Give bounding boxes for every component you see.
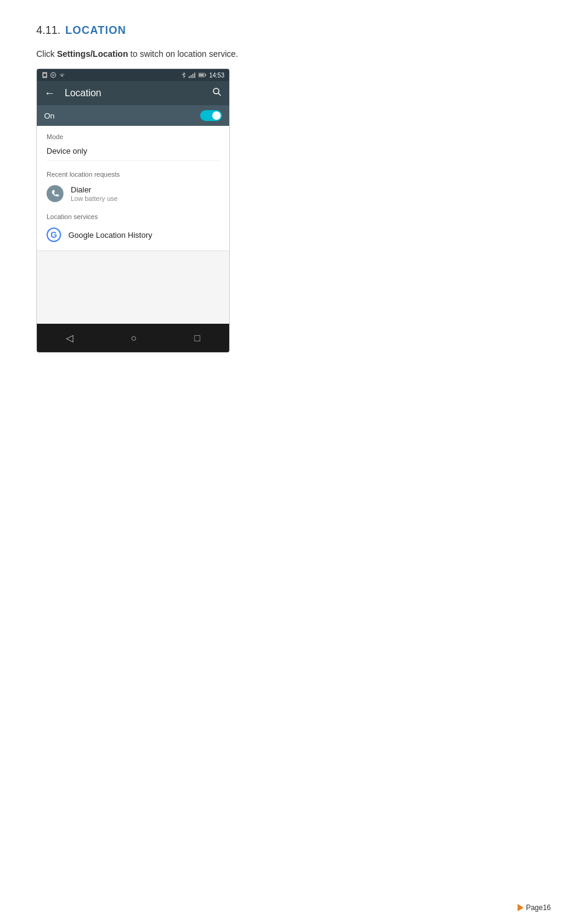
- svg-point-3: [53, 74, 54, 76]
- section-number: 4.11.: [36, 24, 60, 37]
- instruction-text: Click Settings/Location to switch on loc…: [36, 49, 533, 59]
- svg-rect-1: [44, 74, 46, 76]
- page-number-text: Page16: [526, 903, 551, 912]
- instruction-prefix: Click: [36, 49, 57, 59]
- signal-icon: [189, 72, 196, 78]
- recent-requests-label: Recent location requests: [47, 171, 219, 178]
- status-left: [42, 72, 66, 78]
- page-triangle-icon: [518, 904, 524, 911]
- wifi-icon: [59, 72, 66, 78]
- search-button[interactable]: [212, 87, 222, 99]
- section-title: LOCATION: [65, 24, 126, 37]
- svg-rect-10: [205, 74, 206, 76]
- gps-icon: [50, 72, 56, 78]
- nav-recents-button[interactable]: □: [185, 330, 210, 346]
- svg-rect-4: [189, 76, 190, 78]
- mode-value: Device only: [47, 146, 219, 156]
- nav-back-button[interactable]: ◁: [56, 330, 83, 346]
- phone-icon: [51, 189, 59, 198]
- back-button[interactable]: ←: [44, 87, 55, 100]
- app-bar-title: Location: [65, 88, 212, 99]
- google-history-name: Google Location History: [68, 231, 219, 240]
- nav-home-button[interactable]: ○: [121, 330, 146, 346]
- svg-line-12: [218, 93, 221, 96]
- google-history-item[interactable]: G Google Location History: [37, 224, 229, 246]
- mode-section: Mode Device only: [37, 126, 229, 163]
- dialer-item[interactable]: Dialer Low battery use: [37, 182, 229, 206]
- bluetooth-icon: [181, 72, 186, 78]
- toggle-row[interactable]: On: [37, 105, 229, 126]
- svg-rect-6: [192, 74, 193, 78]
- page-number: Page16: [518, 903, 551, 912]
- svg-point-11: [213, 88, 219, 94]
- dialer-text: Dialer Low battery use: [71, 185, 219, 202]
- app-bar: ← Location: [37, 81, 229, 105]
- svg-rect-9: [199, 74, 204, 76]
- section-heading: 4.11. LOCATION: [36, 24, 533, 37]
- dialer-name: Dialer: [71, 185, 219, 194]
- bottom-nav: ◁ ○ □: [37, 324, 229, 352]
- location-services-section: Location services: [37, 206, 229, 224]
- toggle-switch[interactable]: [200, 110, 222, 121]
- dialer-icon: [47, 185, 63, 202]
- mode-label: Mode: [47, 133, 219, 140]
- google-history-text: Google Location History: [68, 231, 219, 240]
- toggle-label: On: [44, 111, 54, 120]
- instruction-suffix: to switch on location service.: [128, 49, 238, 59]
- status-bar: 14:53: [37, 69, 229, 81]
- status-time: 14:53: [209, 72, 224, 79]
- phone-mockup: 14:53 ← Location On Mode: [36, 68, 230, 353]
- google-icon: G: [47, 228, 61, 242]
- status-right: 14:53: [181, 72, 224, 79]
- battery-icon: [198, 73, 207, 77]
- recent-requests-section: Recent location requests: [37, 163, 229, 182]
- location-services-label: Location services: [47, 213, 219, 220]
- svg-rect-5: [190, 75, 192, 78]
- svg-rect-7: [194, 73, 195, 78]
- settings-content: Mode Device only Recent location request…: [37, 126, 229, 251]
- sim-icon: [42, 72, 48, 78]
- mode-item[interactable]: Device only: [47, 142, 219, 161]
- instruction-bold: Settings/Location: [57, 49, 128, 59]
- dialer-detail: Low battery use: [71, 195, 219, 202]
- search-icon: [212, 87, 222, 97]
- section-divider: [37, 251, 229, 251]
